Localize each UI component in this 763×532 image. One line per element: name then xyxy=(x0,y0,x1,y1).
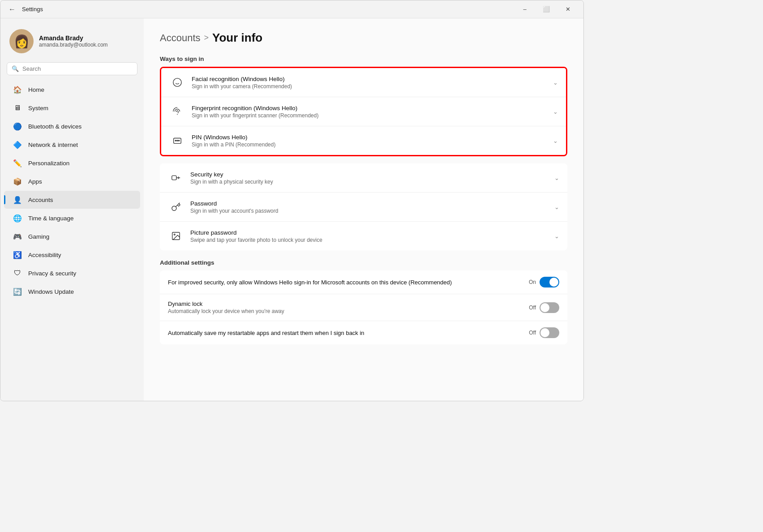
nav-icon-accessibility: ♿ xyxy=(13,250,22,259)
row-icon-fingerprint xyxy=(169,103,185,120)
ways-to-sign-in-label: Ways to sign in xyxy=(160,56,567,62)
search-icon: 🔍 xyxy=(12,65,19,72)
signin-row-picture_password[interactable]: Picture password Swipe and tap your favo… xyxy=(160,222,567,250)
chevron-icon-fingerprint: ⌄ xyxy=(553,108,558,115)
nav-label-apps: Apps xyxy=(28,178,42,185)
nav-icon-system: 🖥 xyxy=(13,103,22,112)
chevron-icon-pin: ⌄ xyxy=(553,137,558,144)
nav-label-accessibility: Accessibility xyxy=(28,252,61,258)
row-subtitle-security_key: Sign in with a physical security key xyxy=(190,179,551,185)
sidebar-item-network[interactable]: 🔷 Network & internet xyxy=(4,136,140,154)
row-title-password: Password xyxy=(190,200,551,207)
svg-point-9 xyxy=(174,234,175,235)
search-input[interactable] xyxy=(22,65,133,72)
nav-label-gaming: Gaming xyxy=(28,233,49,240)
close-button[interactable]: ✕ xyxy=(557,2,578,17)
toggle-thumb-dynamic_lock xyxy=(540,303,549,312)
row-title-fingerprint: Fingerprint recognition (Windows Hello) xyxy=(192,105,549,112)
toggle-thumb-restartable_apps xyxy=(540,328,549,337)
restore-button[interactable]: ⬜ xyxy=(536,2,557,17)
svg-rect-7 xyxy=(172,176,176,180)
nav-icon-time: 🌐 xyxy=(13,214,22,223)
row-icon-pin xyxy=(169,133,185,149)
additional-row-restartable_apps: Automatically save my restartable apps a… xyxy=(160,321,567,344)
nav-icon-personalization: ✏️ xyxy=(13,159,22,167)
back-button[interactable]: ← xyxy=(6,4,18,15)
row-icon-picture_password xyxy=(168,228,184,244)
row-icon-facial xyxy=(169,74,185,90)
additional-row-dynamic_lock: Dynamic lock Automatically lock your dev… xyxy=(160,294,567,321)
user-email: amanda.brady@outlook.com xyxy=(39,42,108,48)
sidebar-item-personalization[interactable]: ✏️ Personalization xyxy=(4,154,140,172)
row-subtitle-password: Sign in with your account's password xyxy=(190,208,551,214)
nav-label-privacy: Privacy & security xyxy=(28,270,76,277)
nav-label-update: Windows Update xyxy=(28,288,74,295)
signin-row-password[interactable]: Password Sign in with your account's pas… xyxy=(160,193,567,222)
row-title-facial: Facial recognition (Windows Hello) xyxy=(192,76,549,82)
main-layout: 👩 Amanda Brady amanda.brady@outlook.com … xyxy=(0,18,583,401)
nav-label-system: System xyxy=(28,105,48,112)
toggle-label-windows_hello_only: On xyxy=(529,279,536,285)
content-area: Accounts > Your info Ways to sign in Fac… xyxy=(144,18,583,401)
sidebar-item-time[interactable]: 🌐 Time & language xyxy=(4,209,140,227)
row-title-picture_password: Picture password xyxy=(190,229,551,236)
signin-row-pin[interactable]: PIN (Windows Hello) Sign in with a PIN (… xyxy=(161,126,566,155)
additional-settings-label: Additional settings xyxy=(160,259,567,266)
sidebar-item-home[interactable]: 🏠 Home xyxy=(4,81,140,99)
highlighted-signin-group: Facial recognition (Windows Hello) Sign … xyxy=(160,67,567,156)
nav-icon-accounts: 👤 xyxy=(13,195,22,204)
nav-label-time: Time & language xyxy=(28,215,74,222)
breadcrumb: Accounts > Your info xyxy=(160,31,567,45)
user-profile: 👩 Amanda Brady amanda.brady@outlook.com xyxy=(0,26,144,62)
nav-label-personalization: Personalization xyxy=(28,160,69,167)
nav-icon-home: 🏠 xyxy=(13,85,22,94)
chevron-icon-password: ⌄ xyxy=(554,204,559,210)
sidebar-item-bluetooth[interactable]: 🔵 Bluetooth & devices xyxy=(4,117,140,135)
breadcrumb-separator: > xyxy=(204,33,209,43)
sidebar-item-accounts[interactable]: 👤 Accounts xyxy=(4,191,140,209)
toggle-label-restartable_apps: Off xyxy=(529,330,536,336)
sidebar-item-system[interactable]: 🖥 System xyxy=(4,99,140,117)
row-subtitle-picture_password: Swipe and tap your favorite photo to unl… xyxy=(190,237,551,243)
signin-row-fingerprint[interactable]: Fingerprint recognition (Windows Hello) … xyxy=(161,97,566,126)
signin-row-facial[interactable]: Facial recognition (Windows Hello) Sign … xyxy=(161,68,566,97)
nav-label-home: Home xyxy=(28,86,44,93)
additional-text-windows_hello_only: For improved security, only allow Window… xyxy=(168,279,529,286)
toggle-windows_hello_only[interactable] xyxy=(540,277,559,287)
breadcrumb-current: Your info xyxy=(212,31,262,45)
signin-row-security_key[interactable]: Security key Sign in with a physical sec… xyxy=(160,163,567,193)
nav-label-bluetooth: Bluetooth & devices xyxy=(28,123,81,130)
toggle-thumb-windows_hello_only xyxy=(549,278,558,287)
nav-icon-network: 🔷 xyxy=(13,140,22,149)
sidebar-item-accessibility[interactable]: ♿ Accessibility xyxy=(4,246,140,264)
other-signin-group: Security key Sign in with a physical sec… xyxy=(160,163,567,250)
titlebar-controls: – ⬜ ✕ xyxy=(514,2,578,17)
row-title-security_key: Security key xyxy=(190,171,551,178)
search-box[interactable]: 🔍 xyxy=(7,62,137,75)
additional-text-restartable_apps: Automatically save my restartable apps a… xyxy=(168,330,529,336)
sidebar-item-gaming[interactable]: 🎮 Gaming xyxy=(4,227,140,245)
row-subtitle-pin: Sign in with a PIN (Recommended) xyxy=(192,142,549,148)
svg-point-0 xyxy=(173,78,181,86)
svg-point-5 xyxy=(177,140,178,141)
svg-point-6 xyxy=(179,140,180,141)
chevron-icon-picture_password: ⌄ xyxy=(554,233,559,240)
additional-settings-group: For improved security, only allow Window… xyxy=(160,270,567,344)
sidebar-item-update[interactable]: 🔄 Windows Update xyxy=(4,283,140,300)
nav-icon-privacy: 🛡 xyxy=(13,269,22,278)
nav-label-accounts: Accounts xyxy=(28,197,53,203)
sidebar: 👩 Amanda Brady amanda.brady@outlook.com … xyxy=(0,18,144,401)
titlebar-left: ← Settings xyxy=(6,4,43,15)
nav-label-network: Network & internet xyxy=(28,142,78,148)
toggle-restartable_apps[interactable] xyxy=(540,327,559,338)
svg-point-4 xyxy=(175,140,176,141)
nav-icon-bluetooth: 🔵 xyxy=(13,122,22,131)
chevron-icon-facial: ⌄ xyxy=(553,79,558,86)
nav-icon-apps: 📦 xyxy=(13,177,22,186)
sidebar-item-apps[interactable]: 📦 Apps xyxy=(4,172,140,190)
toggle-dynamic_lock[interactable] xyxy=(540,302,559,313)
user-info: Amanda Brady amanda.brady@outlook.com xyxy=(39,34,108,48)
minimize-button[interactable]: – xyxy=(514,2,535,17)
breadcrumb-parent[interactable]: Accounts xyxy=(160,32,201,44)
sidebar-item-privacy[interactable]: 🛡 Privacy & security xyxy=(4,264,140,282)
